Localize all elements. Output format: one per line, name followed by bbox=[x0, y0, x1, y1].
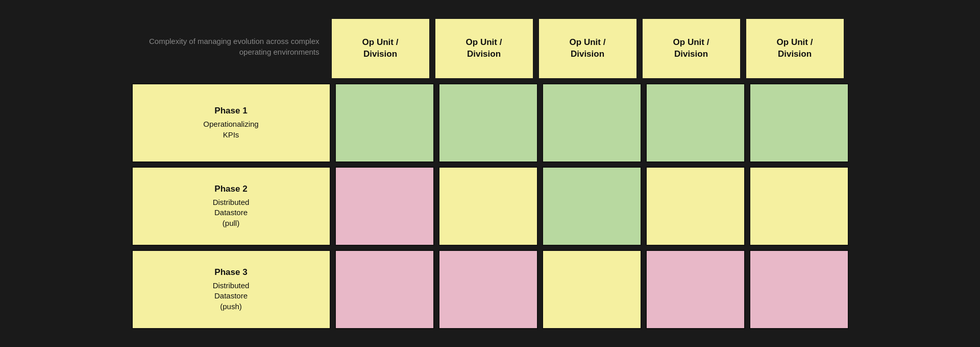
col-header-2: Op Unit /Division bbox=[434, 18, 534, 79]
phase-1-cell-4 bbox=[646, 83, 745, 163]
col-header-2-label: Op Unit /Division bbox=[466, 37, 502, 60]
phase-2-cell-1 bbox=[335, 167, 434, 246]
phase-2-cell-5 bbox=[749, 167, 849, 246]
phase-3-cell-5 bbox=[749, 250, 849, 329]
phase-1-cell-5 bbox=[749, 83, 849, 163]
phase-3-title: Phase 3 bbox=[214, 267, 247, 277]
header-label-cell: Complexity of managing evolution across … bbox=[130, 16, 329, 77]
phase-2-cell-3 bbox=[542, 167, 642, 246]
phase-1-title: Phase 1 bbox=[214, 106, 247, 116]
phase-2-desc: DistributedDatastore(pull) bbox=[213, 197, 250, 228]
phase-3-label: Phase 3 DistributedDatastore(push) bbox=[132, 250, 331, 329]
phase-3-desc: DistributedDatastore(push) bbox=[213, 281, 250, 312]
phase-1-row: Phase 1 OperationalizingKPIs bbox=[130, 81, 851, 165]
phase-1-label: Phase 1 OperationalizingKPIs bbox=[132, 83, 331, 163]
col-header-3-label: Op Unit /Division bbox=[570, 37, 606, 60]
col-header-4-label: Op Unit /Division bbox=[673, 37, 709, 60]
phase-1-desc: OperationalizingKPIs bbox=[203, 119, 258, 140]
col-header-4: Op Unit /Division bbox=[642, 18, 741, 79]
phase-3-cell-4 bbox=[646, 250, 745, 329]
col-header-5: Op Unit /Division bbox=[745, 18, 845, 79]
col-header-1-label: Op Unit /Division bbox=[362, 37, 399, 60]
main-container: Complexity of managing evolution across … bbox=[0, 0, 980, 347]
complexity-label: Complexity of managing evolution across … bbox=[135, 36, 320, 57]
phase-3-cell-3 bbox=[542, 250, 642, 329]
phase-1-cell-3 bbox=[542, 83, 642, 163]
phase-2-cell-2 bbox=[438, 167, 538, 246]
header-row: Complexity of managing evolution across … bbox=[130, 16, 851, 81]
phase-3-row: Phase 3 DistributedDatastore(push) bbox=[130, 248, 851, 331]
phase-3-cell-2 bbox=[438, 250, 538, 329]
phase-1-cell-2 bbox=[438, 83, 538, 163]
phase-2-row: Phase 2 DistributedDatastore(pull) bbox=[130, 165, 851, 248]
phase-3-cell-1 bbox=[335, 250, 434, 329]
phase-2-title: Phase 2 bbox=[214, 184, 247, 194]
phase-2-label: Phase 2 DistributedDatastore(pull) bbox=[132, 167, 331, 246]
phase-1-cell-1 bbox=[335, 83, 434, 163]
col-header-5-label: Op Unit /Division bbox=[777, 37, 813, 60]
phase-2-cell-4 bbox=[646, 167, 745, 246]
col-header-1: Op Unit /Division bbox=[331, 18, 430, 79]
col-header-3: Op Unit /Division bbox=[538, 18, 638, 79]
grid-wrapper: Complexity of managing evolution across … bbox=[130, 16, 851, 331]
